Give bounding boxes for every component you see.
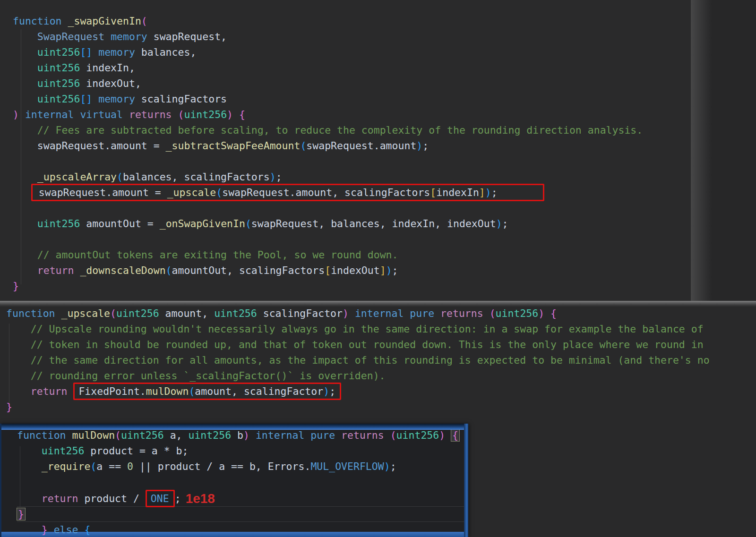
code-line: } [6,399,756,415]
focused-window-top-border [0,424,468,430]
window-edge-glow [691,0,712,301]
code-line: _require(a == 0 || product / a == b, Err… [17,459,468,474]
code-line: uint256 amountOut = _onSwapGivenIn(swapR… [13,216,691,231]
editor-window-swap-given-in[interactable]: function _swapGivenIn( SwapRequest memor… [0,0,691,301]
code-line: // rounding error unless `_scalingFactor… [6,368,756,384]
code-line: swapRequest.amount = _subtractSwapFeeAmo… [13,138,691,153]
code-line: } else { [17,522,468,537]
annotation-text: 1e18 [186,491,215,506]
code-area: function _upscale(uint256 amount, uint25… [0,301,756,415]
code-line [13,153,691,169]
code-line: _upscaleArray(balances, scalingFactors); [13,169,691,185]
code-line: uint256 indexIn, [13,60,691,76]
code-line: SwapRequest memory swapRequest, [13,29,691,44]
code-line: function _swapGivenIn( [13,13,691,29]
code-line: // the same direction for all amounts, a… [6,352,756,368]
code-line [13,231,691,247]
code-line: // amountOut tokens are exiting the Pool… [13,247,691,263]
code-line: // Upscale rounding wouldn't necessarily… [6,321,756,337]
focused-window-right-border [464,424,468,537]
annotation-box: swapRequest.amount = _upscale(swapReques… [31,184,544,201]
code-line: function _upscale(uint256 amount, uint25… [6,306,756,321]
annotation-box: FixedPoint.mulDown(amount, scalingFactor… [73,383,341,400]
bracket-match-highlight: } [17,508,25,520]
code-line: return FixedPoint.mulDown(amount, scalin… [6,384,756,399]
code-line [17,474,468,490]
code-area: function mulDown(uint256 a, uint256 b) i… [0,424,468,537]
code-line: ) internal virtual returns (uint256) { [13,107,691,122]
code-line: uint256 indexOut, [13,76,691,91]
code-line: // Fees are subtracted before scaling, t… [13,122,691,138]
focused-window-left-border [0,424,1,537]
code-line: return product / ONE;1e18 [17,490,468,506]
code-line: } [17,506,468,522]
code-line: return _downscaleDown(amountOut, scaling… [13,263,691,278]
code-area: function _swapGivenIn( SwapRequest memor… [0,0,691,294]
code-line: uint256[] memory scalingFactors [13,91,691,107]
code-line: uint256 product = a * b; [17,443,468,459]
code-line: // token in should be rounded up, and th… [6,337,756,352]
code-line: uint256[] memory balances, [13,44,691,60]
annotation-box: ONE [146,490,175,507]
code-line: } [13,278,691,294]
editor-window-muldown[interactable]: function mulDown(uint256 a, uint256 b) i… [0,424,468,537]
code-line: swapRequest.amount = _upscale(swapReques… [13,185,691,200]
code-line [13,200,691,216]
bracket-match-highlight: { [451,429,459,441]
